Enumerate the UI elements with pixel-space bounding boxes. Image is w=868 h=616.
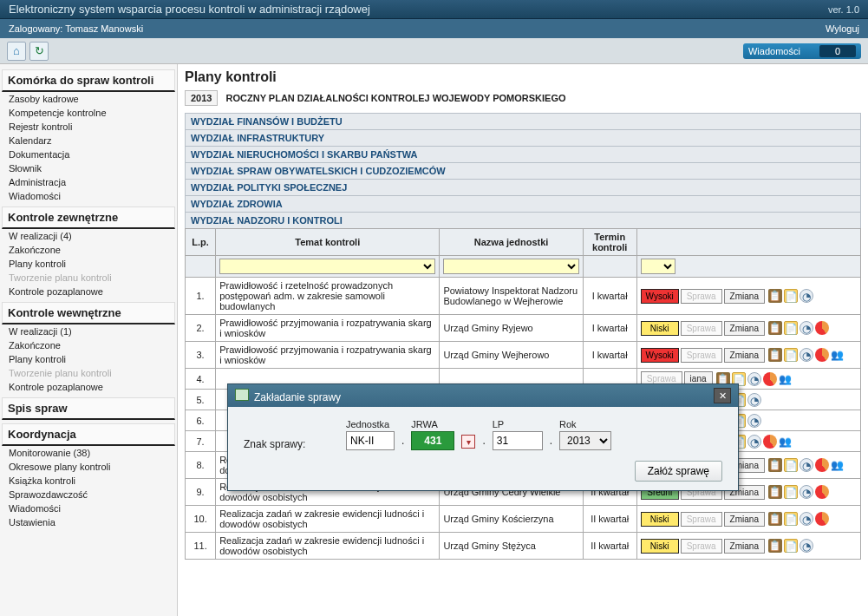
clock-icon[interactable]: ◔ — [799, 458, 813, 472]
clock-icon[interactable]: ◔ — [799, 512, 813, 526]
jrwa-pick-icon[interactable]: ▾ — [461, 435, 475, 449]
col-topic: Temat kontroli — [216, 229, 440, 256]
sidebar-item[interactable]: Kontrole pozaplanowe — [2, 380, 175, 394]
sidebar-group-komorka[interactable]: Komórka do spraw kontroli — [2, 69, 175, 92]
clip-icon[interactable]: 📋 — [768, 321, 782, 335]
department-row[interactable]: WYDZIAŁ POLITYKI SPOŁECZNEJ — [185, 179, 861, 195]
sidebar: Komórka do spraw kontroli Zasoby kadrowe… — [0, 64, 178, 616]
zmiana-button[interactable]: Zmiana — [724, 512, 765, 527]
people-icon[interactable]: 👥 — [831, 348, 845, 362]
clip-icon[interactable]: 📋 — [768, 289, 782, 303]
sidebar-item[interactable]: Książka kontroli — [2, 474, 175, 488]
cell-term: I kwartał — [583, 342, 636, 369]
clip-icon[interactable]: 📋 — [768, 485, 782, 499]
sidebar-item[interactable]: Okresowe plany kontroli — [2, 460, 175, 474]
sidebar-item[interactable]: Dokumentacja — [2, 147, 175, 161]
sidebar-group-kontrole-zewnetrzne[interactable]: Kontrole zewnętrzne — [2, 206, 175, 229]
sidebar-item[interactable]: W realizacji (1) — [2, 324, 175, 338]
department-row[interactable]: WYDZIAŁ INFRASTRUKTURY — [185, 129, 861, 146]
zmiana-button[interactable]: Zmiana — [724, 289, 765, 304]
people-icon[interactable]: 👥 — [779, 435, 793, 449]
clock-icon[interactable]: ◔ — [747, 435, 761, 449]
zmiana-button[interactable]: Zmiana — [724, 321, 765, 336]
note-icon[interactable]: 📄 — [784, 458, 798, 472]
refresh-icon[interactable]: ↻ — [29, 42, 49, 61]
department-row[interactable]: WYDZIAŁ NADZORU I KONTROLI — [185, 212, 861, 228]
note-icon[interactable]: 📄 — [784, 289, 798, 303]
clock-icon[interactable]: ◔ — [747, 372, 761, 386]
sidebar-item[interactable]: Rejestr kontroli — [2, 120, 175, 134]
close-icon[interactable]: ✕ — [714, 388, 731, 403]
logged-user: Tomasz Manowski — [65, 23, 143, 34]
logout-link[interactable]: Wyloguj — [826, 23, 859, 34]
sidebar-item[interactable]: Monitorowanie (38) — [2, 446, 175, 460]
sidebar-item[interactable]: Kontrole pozaplanowe — [2, 285, 175, 298]
filter-topic[interactable] — [219, 259, 435, 274]
pie-icon[interactable] — [815, 321, 829, 335]
sprawa-button: Sprawa — [681, 512, 722, 527]
sidebar-item[interactable]: Wiadomości — [2, 189, 175, 203]
messages-button[interactable]: Wiadomości 0 — [743, 43, 861, 59]
pie-icon[interactable] — [815, 348, 829, 362]
input-jednostka[interactable] — [346, 431, 395, 450]
clock-icon[interactable]: ◔ — [799, 321, 813, 335]
note-icon[interactable]: 📄 — [784, 539, 798, 553]
cell-topic: Prawidłowość przyjmowania i rozpatrywani… — [216, 342, 440, 369]
select-rok[interactable]: 2013 — [559, 431, 611, 450]
sidebar-group-spis[interactable]: Spis spraw — [2, 397, 175, 420]
sidebar-item[interactable]: Administracja — [2, 175, 175, 189]
sidebar-item[interactable]: Plany kontroli — [2, 257, 175, 271]
note-icon[interactable]: 📄 — [784, 321, 798, 335]
clock-icon[interactable]: ◔ — [799, 348, 813, 362]
sidebar-item[interactable]: W realizacji (4) — [2, 229, 175, 243]
clip-icon[interactable]: 📋 — [768, 348, 782, 362]
department-row[interactable]: WYDZIAŁ FINANSÓW I BUDŻETU — [185, 113, 861, 129]
dialog-titlebar: Zakładanie sprawy ✕ — [228, 384, 738, 407]
sidebar-item[interactable]: Kalendarz — [2, 134, 175, 147]
priority-badge: Wysoki — [641, 348, 679, 363]
sidebar-item[interactable]: Zakończone — [2, 338, 175, 352]
cell-actions: WysokiSprawaZmiana📋📄◔👥 — [636, 342, 860, 369]
clock-icon[interactable]: ◔ — [799, 289, 813, 303]
sidebar-item[interactable]: Słownik — [2, 161, 175, 175]
clock-icon[interactable]: ◔ — [799, 539, 813, 553]
pie-icon[interactable] — [763, 372, 777, 386]
department-row[interactable]: WYDZIAŁ SPRAW OBYWATELSKICH I CUDZOZIEMC… — [185, 162, 861, 179]
sidebar-group-kontrole-wewnetrzne[interactable]: Kontrole wewnętrzne — [2, 302, 175, 324]
sidebar-item[interactable]: Sprawozdawczość — [2, 488, 175, 501]
sidebar-item[interactable]: Zakończone — [2, 243, 175, 257]
sidebar-item[interactable]: Plany kontroli — [2, 352, 175, 366]
sidebar-item[interactable]: Ustawienia — [2, 515, 175, 529]
pie-icon[interactable] — [815, 512, 829, 526]
submit-button[interactable]: Załóż sprawę — [635, 461, 722, 482]
clip-icon[interactable]: 📋 — [768, 458, 782, 472]
clip-icon[interactable]: 📋 — [768, 539, 782, 553]
note-icon[interactable]: 📄 — [784, 485, 798, 499]
cell-unit: Powiatowy Inspektorat Nadzoru Budowlaneg… — [440, 278, 583, 315]
people-icon[interactable]: 👥 — [779, 372, 793, 386]
sidebar-group-koordynacja[interactable]: Koordynacja — [2, 423, 175, 446]
sidebar-item[interactable]: Wiadomości — [2, 501, 175, 515]
cell-lp: 8. — [186, 452, 216, 479]
filter-unit[interactable] — [443, 259, 578, 274]
department-row[interactable]: WYDZIAŁ ZDROWIA — [185, 195, 861, 212]
filter-prio[interactable] — [641, 259, 675, 274]
people-icon[interactable]: 👥 — [831, 458, 845, 472]
note-icon[interactable]: 📄 — [784, 512, 798, 526]
clock-icon[interactable]: ◔ — [799, 485, 813, 499]
clock-icon[interactable]: ◔ — [747, 393, 761, 407]
department-row[interactable]: WYDZIAŁ NIERUCHOMOŚCI I SKARBU PAŃSTWA — [185, 146, 861, 162]
home-icon[interactable]: ⌂ — [7, 42, 26, 61]
zmiana-button[interactable]: Zmiana — [724, 348, 765, 363]
zmiana-button[interactable]: Zmiana — [724, 539, 765, 554]
pie-icon[interactable] — [763, 435, 777, 449]
cell-lp: 4. — [186, 369, 216, 390]
clock-icon[interactable]: ◔ — [747, 414, 761, 428]
sidebar-item[interactable]: Zasoby kadrowe — [2, 92, 175, 106]
clip-icon[interactable]: 📋 — [768, 512, 782, 526]
note-icon[interactable]: 📄 — [784, 348, 798, 362]
input-lp[interactable] — [493, 431, 543, 450]
sidebar-item[interactable]: Kompetencje kontrolne — [2, 106, 175, 120]
pie-icon[interactable] — [815, 485, 829, 499]
pie-icon[interactable] — [815, 458, 829, 472]
